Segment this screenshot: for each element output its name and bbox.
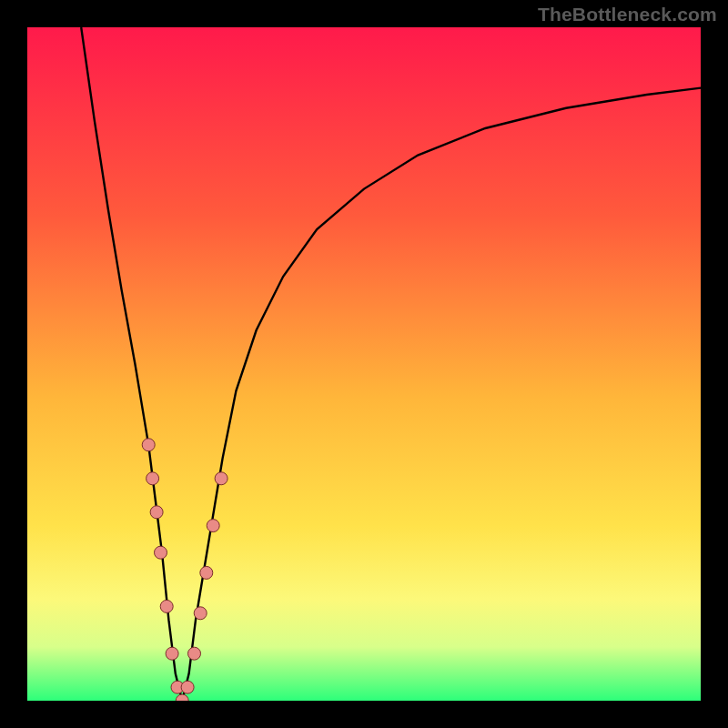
data-marker: [181, 681, 194, 693]
data-marker: [188, 647, 201, 660]
data-marker: [160, 600, 173, 612]
data-marker: [150, 506, 163, 519]
data-marker: [200, 566, 213, 579]
chart-background: [27, 27, 701, 701]
data-marker: [207, 520, 219, 532]
data-marker: [142, 439, 155, 451]
chart-svg: [27, 27, 701, 701]
watermark-text: TheBottleneck.com: [538, 4, 717, 25]
data-marker: [215, 472, 228, 485]
plot-area: [27, 27, 701, 701]
data-marker: [194, 607, 207, 620]
chart-frame: TheBottleneck.com: [0, 0, 728, 728]
data-marker: [155, 546, 167, 559]
data-marker: [147, 472, 159, 485]
data-marker: [166, 647, 178, 660]
